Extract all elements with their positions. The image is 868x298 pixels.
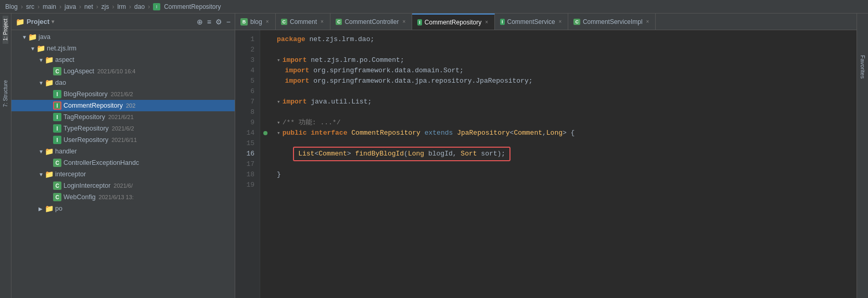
dropdown-arrow-icon[interactable]: ▾ (52, 19, 54, 24)
line-num-3: 3 (235, 55, 254, 66)
tree-item-webconfig[interactable]: C WebConfig 2021/6/13 13: (11, 191, 235, 203)
line-num-8: 8 (235, 107, 254, 118)
line-num-2: 2 (235, 45, 254, 55)
code-line-19 (277, 180, 850, 190)
right-label-favorites[interactable]: Favorites (860, 55, 866, 79)
tab-label-commentserviceimpl: CommentServiceImpl (583, 18, 643, 25)
breadcrumb-file[interactable]: CommentRepository (164, 3, 221, 10)
breadcrumb-src[interactable]: src (26, 3, 34, 10)
tree-item-handler[interactable]: ▼ 📁 handler (11, 146, 235, 157)
code-editor[interactable]: 1 2 3 4 5 6 7 8 9 14 15 16 17 18 19 (235, 30, 857, 298)
line-num-15: 15 (235, 138, 254, 149)
minus-icon[interactable]: − (226, 18, 231, 26)
tree-item-userrepository[interactable]: I UserRepository 2021/6/11 (11, 134, 235, 146)
breadcrumb-zjs[interactable]: zjs (101, 3, 109, 10)
expand-arrow: ▼ (39, 80, 45, 86)
tree-item-tagrepository[interactable]: I TagRepository 2021/6/21 (11, 111, 235, 123)
tree-meta: 202 (126, 102, 135, 109)
tab-commentservice[interactable]: I CommentService × (495, 14, 568, 30)
tab-commentserviceimpl[interactable]: C CommentServiceImpl × (568, 14, 656, 30)
right-panel-strip: Favorites (857, 14, 868, 298)
breadcrumb-net[interactable]: net (84, 3, 93, 10)
code-line-7: ▾import java.util.List; (277, 97, 850, 107)
tree-item-java[interactable]: ▼ 📁 java (11, 31, 235, 43)
tab-close-commentserviceimpl[interactable]: × (645, 18, 650, 25)
sidebar-item-project[interactable]: 1: Project (3, 16, 8, 44)
tree-item-po[interactable]: ▶ 📁 po (11, 203, 235, 214)
tree-meta: 2021/6/11 (111, 137, 137, 143)
tab-comment[interactable]: C Comment × (276, 14, 330, 30)
code-line-9: ▾/** 功能: ...*/ (277, 118, 850, 128)
equalizer-icon[interactable]: ≡ (207, 18, 211, 26)
class-icon: C (53, 193, 61, 201)
line-num-7: 7 (235, 97, 254, 107)
tree-item-typerepository[interactable]: I TypeRepository 2021/6/2 (11, 123, 235, 134)
tree-label: java (39, 33, 50, 41)
tree-item-logaspect[interactable]: C LogAspect 2021/6/10 16:4 (11, 66, 235, 77)
tree-item-commentrepository[interactable]: I CommentRepository 202 (11, 100, 235, 111)
tab-close-commentservice[interactable]: × (558, 18, 563, 25)
breadcrumb-blog[interactable]: Blog (5, 3, 18, 10)
folder-icon: 📁 (45, 147, 53, 156)
tree-item-interceptor[interactable]: ▼ 📁 interceptor (11, 169, 235, 180)
tree-item-logininterceptor[interactable]: C LoginInterceptor 2021/6/ (11, 180, 235, 191)
tab-icon-commentservice: I (500, 19, 505, 25)
tree-item-aspect[interactable]: ▼ 📁 aspect (11, 54, 235, 66)
line-num-5: 5 (235, 76, 254, 86)
tree-item-net-zjs-lrm[interactable]: ▼ 📁 net.zjs.lrm (11, 43, 235, 54)
interface-icon: I (53, 136, 61, 144)
breadcrumb-dao[interactable]: dao (134, 3, 145, 10)
editor-area: B blog × C Comment × C CommentController… (235, 14, 857, 298)
code-line-16: List<Comment> findByBlogId(Long blogId, … (277, 149, 850, 159)
project-toolbar: 📁 Project ▾ ⊕ ≡ ⚙ − (11, 14, 235, 30)
tree-label: po (55, 205, 62, 212)
tab-close-blog[interactable]: × (265, 18, 270, 25)
tree-item-blogrepository[interactable]: I BlogRepository 2021/6/2 (11, 88, 235, 100)
code-line-6 (277, 86, 850, 97)
gutter-16 (260, 149, 271, 159)
tab-commentrepository[interactable]: I CommentRepository × (412, 14, 495, 30)
gutter-6 (260, 86, 271, 97)
tab-close-comment[interactable]: × (320, 18, 325, 25)
breadcrumb-lrm[interactable]: lrm (117, 3, 126, 10)
line-num-16: 16 (235, 149, 254, 159)
globe-icon[interactable]: ⊕ (197, 18, 203, 26)
file-tree: ▼ 📁 java ▼ 📁 net.zjs.lrm ▼ 📁 aspect (11, 30, 235, 298)
gutter-15 (260, 138, 271, 149)
gutter-3 (260, 55, 271, 66)
class-icon: C (53, 67, 61, 75)
expand-arrow: ▶ (39, 206, 45, 212)
line-num-19: 19 (235, 180, 254, 190)
gutter-1 (260, 34, 271, 45)
line-num-9: 9 (235, 118, 254, 128)
tab-blog[interactable]: B blog × (235, 14, 276, 30)
tree-item-dao[interactable]: ▼ 📁 dao (11, 77, 235, 88)
code-content[interactable]: package net.zjs.lrm.dao; ▾import net.zjs… (271, 30, 857, 298)
class-icon: C (53, 159, 61, 167)
gutter-18 (260, 170, 271, 180)
tree-label: LogAspect (63, 68, 94, 75)
tab-commentcontroller[interactable]: C CommentController × (330, 14, 412, 30)
line-num-1: 1 (235, 34, 254, 45)
folder-icon: 📁 (36, 44, 45, 53)
breadcrumb-main[interactable]: main (43, 3, 56, 10)
code-line-3: ▾import net.zjs.lrm.po.Comment; (277, 55, 850, 66)
folder-icon: 📁 (45, 56, 53, 64)
code-line-14: ▾public interface CommentRepository exte… (277, 128, 850, 138)
sidebar-item-structure[interactable]: 7: Structure (3, 77, 8, 110)
tab-close-commentrepository[interactable]: × (484, 19, 489, 25)
code-line-5: import org.springframework.data.jpa.repo… (277, 76, 850, 86)
tree-item-controllerexception[interactable]: C ControllerExceptionHandc (11, 157, 235, 169)
expand-arrow: ▼ (39, 57, 45, 63)
toolbar-icons: ⊕ ≡ ⚙ − (197, 18, 231, 26)
interface-icon: I (53, 113, 61, 121)
code-line-2 (277, 45, 850, 55)
tab-label-commentservice: CommentService (507, 18, 555, 25)
settings-icon[interactable]: ⚙ (215, 18, 222, 26)
breadcrumb-java[interactable]: java (65, 3, 76, 10)
gutter-4 (260, 66, 271, 76)
tab-bar: B blog × C Comment × C CommentController… (235, 14, 857, 30)
tab-close-commentcontroller[interactable]: × (401, 18, 406, 25)
tab-label-comment: Comment (290, 18, 317, 25)
expand-arrow: ▼ (22, 34, 28, 40)
